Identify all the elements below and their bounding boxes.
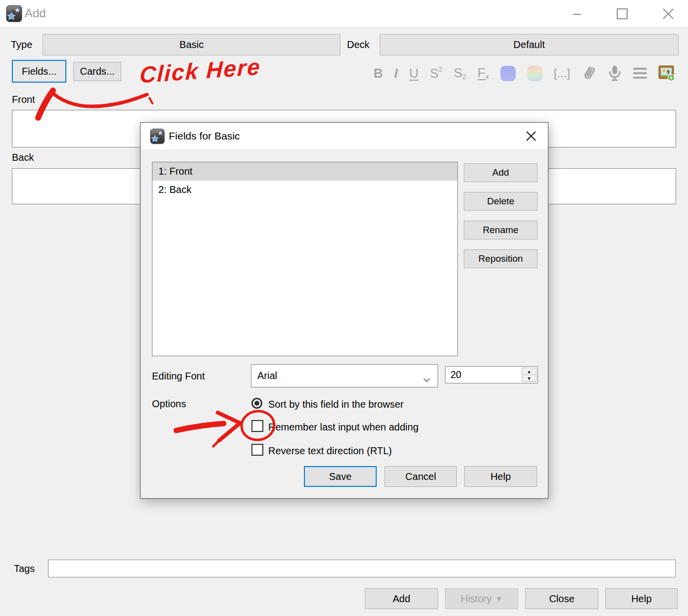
remove-formatting-icon[interactable]: Fx <box>478 66 489 80</box>
format-toolbar: B I U S2 S2 Fx [...] <box>374 63 675 83</box>
minimize-icon[interactable] <box>564 0 590 27</box>
remove-formatting-sub: x <box>486 73 489 80</box>
history-caret-icon: ▼ <box>495 595 502 603</box>
list-item-front[interactable]: 1: Front <box>152 162 457 181</box>
highlight-color-icon[interactable] <box>527 66 542 81</box>
fields-button[interactable]: Fields... <box>12 60 66 83</box>
bold-icon[interactable]: B <box>374 67 383 80</box>
anki-app-icon <box>6 5 22 22</box>
font-size-value: 20 <box>450 369 461 380</box>
close-icon[interactable] <box>655 0 682 27</box>
field-add-button[interactable]: Add <box>464 163 538 182</box>
sort-option-label[interactable]: Sort by this field in the browser <box>268 399 403 410</box>
maximize-icon[interactable] <box>609 0 636 27</box>
history-button[interactable]: History ▼ <box>445 588 518 609</box>
superscript-exp: 2 <box>439 66 442 73</box>
list-item-back[interactable]: 2: Back <box>152 181 457 199</box>
fields-dialog-title: Fields for Basic <box>169 130 240 142</box>
sort-radio[interactable] <box>251 398 262 409</box>
cloze-icon[interactable]: [...] <box>554 67 570 79</box>
text-color-icon[interactable] <box>500 66 516 81</box>
remember-option-label[interactable]: Remember last input when adding <box>268 422 419 433</box>
save-button[interactable]: Save <box>304 466 377 487</box>
type-label: Type <box>11 39 32 50</box>
fields-dialog: Fields for Basic 1: Front 2: Back Add De… <box>140 122 548 499</box>
field-delete-button[interactable]: Delete <box>464 192 538 211</box>
subscript-letter: S <box>454 66 462 79</box>
rtl-option-label[interactable]: Reverse text direction (RTL) <box>268 445 392 457</box>
click-here-annotation: Click Here <box>139 53 261 88</box>
field-rename-button[interactable]: Rename <box>464 221 538 239</box>
dialog-close-icon[interactable] <box>525 130 537 144</box>
field-list[interactable]: 1: Front 2: Back <box>152 162 458 356</box>
deck-label: Deck <box>347 39 370 50</box>
cancel-button[interactable]: Cancel <box>385 466 457 487</box>
options-label: Options <box>152 398 186 410</box>
underline-icon[interactable]: U <box>409 67 419 80</box>
close-button[interactable]: Close <box>525 588 598 609</box>
spin-down-icon[interactable]: ▼ <box>522 375 536 381</box>
field-reposition-button[interactable]: Reposition <box>464 249 538 268</box>
deck-button[interactable]: Default <box>380 34 679 55</box>
tags-label: Tags <box>14 563 35 574</box>
anki-dialog-icon <box>150 128 165 144</box>
back-label: Back <box>12 152 34 163</box>
remove-formatting-letter: F <box>478 66 486 79</box>
spin-up-icon[interactable]: ▲ <box>522 368 536 375</box>
attachment-icon[interactable] <box>582 65 596 82</box>
superscript-icon[interactable]: S2 <box>430 67 442 80</box>
note-type-button[interactable]: Basic <box>43 34 341 55</box>
dialog-help-button[interactable]: Help <box>464 466 537 487</box>
font-select-value: Arial <box>257 370 277 381</box>
add-note-button[interactable]: Add <box>365 588 438 609</box>
font-size-spinner[interactable]: 20 ▲ ▼ <box>445 366 538 383</box>
add-image-icon[interactable] <box>658 65 675 81</box>
window-titlebar: Add <box>0 0 688 27</box>
subscript-idx: 2 <box>462 73 466 80</box>
microphone-icon[interactable] <box>608 65 622 82</box>
help-button[interactable]: Help <box>605 588 678 609</box>
rtl-checkbox[interactable] <box>251 444 263 456</box>
font-select[interactable]: Arial <box>251 364 438 387</box>
editing-font-label: Editing Font <box>152 371 205 382</box>
subscript-icon[interactable]: S2 <box>454 66 466 80</box>
superscript-letter: S <box>430 67 438 80</box>
cards-button[interactable]: Cards... <box>73 62 121 81</box>
window-title: Add <box>25 6 46 20</box>
history-label: History <box>461 593 491 605</box>
chevron-down-icon <box>423 374 431 385</box>
front-label: Front <box>12 94 35 105</box>
remember-checkbox[interactable] <box>251 420 263 432</box>
fields-dialog-titlebar: Fields for Basic <box>141 123 548 150</box>
menu-icon[interactable] <box>633 68 647 79</box>
italic-icon[interactable]: I <box>394 67 397 80</box>
tags-input[interactable] <box>48 560 676 577</box>
